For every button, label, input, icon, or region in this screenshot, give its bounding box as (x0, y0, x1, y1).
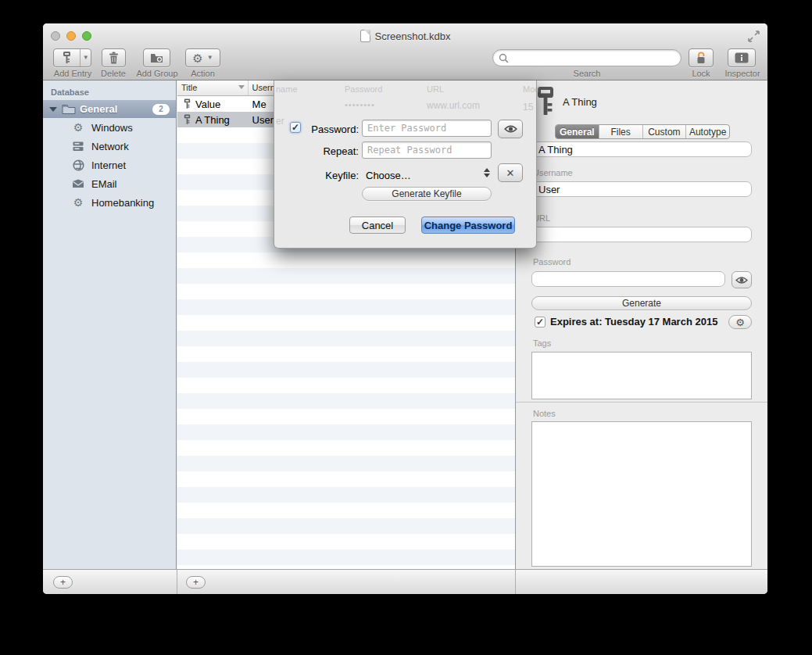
notes-label: Notes (533, 409, 556, 418)
eye-icon (504, 124, 517, 134)
sidebar-item-internet[interactable]: Internet (43, 156, 176, 174)
pane-divider (515, 570, 516, 594)
add-group-label: Add Group (133, 69, 181, 78)
column-header-title[interactable]: Title (177, 81, 249, 95)
add-entry-button[interactable]: ▼ (53, 48, 91, 67)
sidebar-header: Database (43, 81, 176, 100)
fullscreen-icon[interactable] (747, 30, 760, 43)
reveal-password-button[interactable] (732, 271, 752, 288)
sidebar-item-homebanking[interactable]: ⚙ Homebanking (43, 193, 176, 212)
search-input[interactable] (509, 52, 665, 63)
ghost-url-value: www.url.com (427, 100, 480, 111)
password-input[interactable] (362, 120, 492, 137)
search-icon (499, 53, 509, 63)
change-password-button[interactable]: Change Password (421, 217, 515, 234)
password-label: Password: (281, 123, 359, 135)
inspector-entry-title: A Thing (563, 96, 597, 108)
tab-files[interactable]: Files (599, 125, 643, 138)
sidebar-item-windows[interactable]: ⚙ Windows (43, 118, 176, 137)
repeat-password-input[interactable] (362, 141, 492, 159)
unlock-icon (696, 52, 706, 64)
window-title: Screenshot.kdbx (375, 30, 451, 42)
tab-general[interactable]: General (556, 125, 599, 138)
window-chrome: Screenshot.kdbx ▼ Add Entry (43, 23, 767, 81)
sidebar-item-label: Homebanking (91, 197, 154, 209)
username-label: Username (533, 168, 573, 177)
reveal-password-button[interactable] (498, 120, 523, 138)
group-count-badge: 2 (152, 104, 170, 115)
generate-keyfile-button[interactable]: Generate Keyfile (362, 187, 492, 201)
folder-icon (62, 104, 76, 114)
sort-descending-icon (238, 85, 245, 89)
lock-button[interactable] (689, 48, 714, 67)
info-icon (735, 52, 749, 63)
keyfile-popup[interactable]: Choose… (366, 166, 491, 184)
server-icon (72, 140, 84, 152)
chevron-down-icon[interactable]: ▼ (80, 55, 91, 61)
ghost-password-dots: •••••••• (345, 100, 375, 109)
action-button[interactable]: ⚙ ▼ (185, 48, 220, 67)
inspector-tabs: General Files Custom Autotype (555, 124, 730, 139)
gear-icon: ⚙ (192, 52, 202, 64)
tab-autotype[interactable]: Autotype (686, 125, 729, 138)
sidebar-item-label: Windows (91, 122, 133, 134)
keyfile-label: Keyfile: (281, 170, 359, 181)
add-group-plus-button[interactable]: + (53, 576, 73, 589)
ghost-modified-header: Mod (523, 84, 539, 94)
sidebar-group-general[interactable]: General 2 (43, 100, 176, 118)
keyfile-value: Choose… (366, 170, 411, 181)
chevron-down-icon: ▼ (207, 55, 213, 61)
gear-icon: ⚙ (735, 317, 745, 328)
envelope-icon (72, 177, 84, 190)
tab-custom[interactable]: Custom (643, 125, 687, 138)
generate-password-button[interactable]: Generate (531, 296, 752, 310)
add-group-button[interactable] (143, 48, 170, 67)
sidebar-item-label: EMail (91, 178, 117, 190)
eye-icon (735, 276, 748, 285)
sidebar: Database General 2 ⚙ Windows Network (43, 81, 177, 569)
title-field[interactable]: A Thing (531, 141, 752, 157)
sidebar-item-label: Network (91, 141, 129, 152)
gear-icon: ⚙ (72, 196, 84, 209)
search-field[interactable] (492, 49, 681, 66)
lock-label: Lock (678, 69, 724, 78)
add-entry-plus-button[interactable]: + (186, 576, 206, 589)
sidebar-item-email[interactable]: EMail (43, 174, 176, 193)
change-password-sheet: name Password URL Mod •••••••• www.url.c… (274, 81, 537, 249)
username-field[interactable]: User (531, 181, 752, 197)
stepper-icon[interactable] (484, 168, 490, 177)
cancel-button[interactable]: Cancel (349, 217, 406, 234)
search-label: Search (492, 69, 681, 78)
expires-checkbox[interactable]: ✓ (535, 317, 546, 328)
gear-icon: ⚙ (72, 121, 84, 134)
ghost-url-header: URL (427, 84, 444, 94)
sidebar-item-network[interactable]: Network (43, 137, 176, 156)
url-field[interactable] (531, 227, 752, 242)
repeat-label: Repeat: (281, 145, 359, 157)
inspector-button[interactable] (728, 48, 756, 67)
disclosure-triangle-icon[interactable] (49, 107, 57, 112)
inspector-label: Inspector (718, 69, 767, 78)
bottom-bar: + + (43, 569, 767, 594)
password-field[interactable] (531, 271, 725, 287)
tags-label: Tags (533, 338, 551, 348)
delete-button[interactable] (102, 48, 126, 67)
inspector-panel: A Thing General Files Custom Autotype A … (515, 81, 767, 569)
clear-keyfile-button[interactable]: ✕ (498, 163, 523, 182)
password-label: Password (533, 257, 571, 267)
close-icon: ✕ (506, 167, 515, 179)
expires-settings-button[interactable]: ⚙ (728, 315, 752, 329)
add-entry-label: Add Entry (49, 69, 96, 78)
notes-field[interactable] (531, 421, 752, 567)
ghost-modified-value: 15 (523, 102, 533, 113)
key-icon (54, 52, 80, 64)
key-icon (184, 98, 191, 109)
entry-title: A Thing (195, 114, 230, 126)
entry-title: Value (195, 98, 220, 110)
sidebar-group-label: General (80, 103, 152, 115)
document-icon (360, 30, 370, 42)
tags-field[interactable] (531, 352, 752, 399)
globe-icon (72, 159, 84, 171)
trash-icon (109, 52, 119, 64)
sidebar-item-label: Internet (91, 159, 126, 171)
